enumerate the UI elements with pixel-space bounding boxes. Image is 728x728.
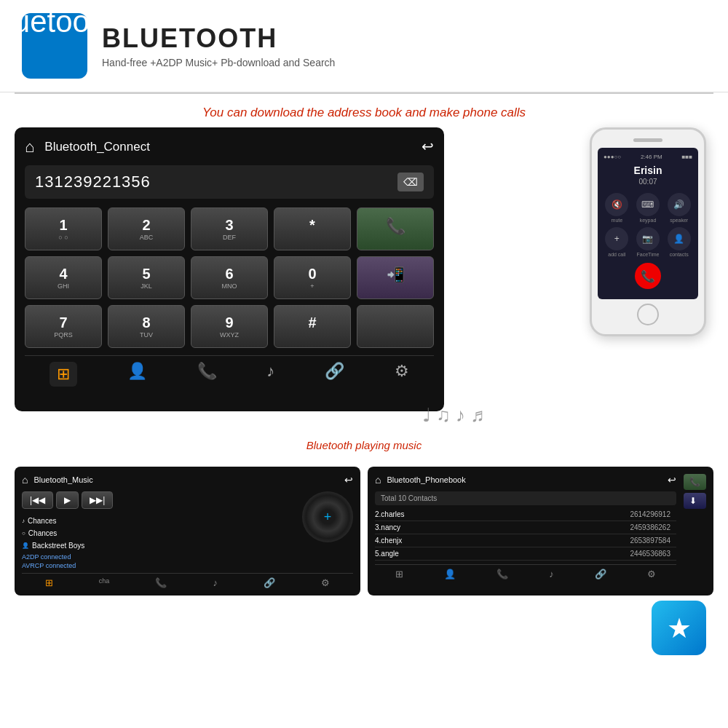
music-home-icon[interactable]: ⌂ [22, 474, 28, 486]
sp-mute-btn[interactable]: 🔇 [605, 193, 628, 216]
next-button[interactable]: ▶▶| [82, 491, 113, 509]
music-track-list: ♪ Chances ○ Chances 👤 Backstreet Boys A2… [22, 515, 296, 569]
music-nav-link[interactable]: 🔗 [264, 577, 275, 588]
page-title: BLUETOOTH [102, 23, 335, 54]
top-caption: You can download the address book and ma… [0, 94, 728, 127]
contacts-nav-apps[interactable]: ⊞ [395, 569, 403, 579]
music-nav-phone[interactable]: 📞 [155, 577, 167, 588]
sp-facetime-btn[interactable]: 📷 [636, 227, 660, 250]
key-star[interactable]: * [274, 207, 351, 250]
contacts-nav-user[interactable]: 👤 [444, 569, 456, 579]
bt-headphone-icon: ★ [652, 601, 706, 655]
music-screen-title: Bluetooth_Music [33, 475, 92, 484]
sp-screen: ●●●○○ 2:46 PM ■■■ Erisin 00:07 🔇 mute ⌨ … [598, 148, 698, 299]
nav-settings-icon[interactable]: ⚙ [395, 362, 409, 387]
bluetooth-logo: Bluetooth; Bluetooth [22, 13, 87, 79]
bottom-screens-section: ⌂ Bluetooth_Music ↩ |◀◀ ▶ ▶▶| ♪ Chances … [0, 459, 728, 596]
prev-button[interactable]: |◀◀ [22, 491, 53, 509]
music-nav-apps[interactable]: ⊞ [45, 577, 53, 588]
track-3-name: Backstreet Boys [32, 542, 84, 550]
music-controls: |◀◀ ▶ ▶▶| [22, 491, 296, 509]
dialer-title: Bluetooth_Connect [44, 140, 150, 154]
phone-number: 131239221356 [35, 173, 151, 191]
keypad-grid: 1○ ○ 2ABC 3DEF * 📞 4GHI 5JKL 6MNO 0+ 📲 7… [25, 207, 434, 348]
contacts-nav-gear[interactable]: ⚙ [647, 569, 656, 579]
nav-link-icon[interactable]: 🔗 [325, 362, 344, 387]
key-empty [357, 305, 434, 348]
dialer-header: ⌂ Bluetooth_Connect ↩ [25, 138, 434, 157]
sp-facetime-group: 📷 FaceTime [635, 227, 662, 257]
contacts-nav-phone[interactable]: 📞 [496, 569, 508, 579]
sp-caller-name: Erisin [604, 165, 692, 176]
sp-status-bar: ●●●○○ 2:46 PM ■■■ [604, 154, 692, 160]
back-icon[interactable]: ↩ [422, 138, 434, 155]
key-7[interactable]: 7PQRS [25, 305, 102, 348]
header-section: Bluetooth; Bluetooth BLUETOOTH Hand-free… [0, 0, 728, 92]
music-screen-header: ⌂ Bluetooth_Music ↩ [22, 474, 353, 486]
header-text-block: BLUETOOTH Hand-free +A2DP Music+ Pb-down… [102, 23, 335, 68]
play-pause-button[interactable]: ▶ [56, 491, 79, 509]
download-contacts-button[interactable]: ⬇ [684, 493, 706, 509]
a2dp-status: A2DP connected [22, 553, 296, 561]
sp-addcall-group: + add call [604, 227, 630, 257]
track-1-name: Chances [28, 517, 56, 525]
contacts-list: 2.charles 2614296912 3.nancy 2459386262 … [375, 508, 676, 561]
nav-contacts-icon[interactable]: 👤 [127, 362, 147, 387]
sp-home-button[interactable] [637, 304, 659, 325]
contact-row: 2.charles 2614296912 [375, 508, 676, 521]
key-0[interactable]: 0+ [274, 256, 351, 299]
key-2[interactable]: 2ABC [108, 207, 185, 250]
key-8[interactable]: 8TUV [108, 305, 185, 348]
contact-2-phone: 2459386262 [523, 523, 676, 531]
sp-speaker-btn[interactable]: 🔊 [668, 193, 691, 216]
call-button[interactable]: 📞 [357, 207, 434, 250]
nav-phone-icon[interactable]: 📞 [197, 362, 217, 387]
contacts-nav-link[interactable]: 🔗 [595, 569, 606, 579]
end-call-button[interactable]: 📲 [357, 256, 434, 299]
music-back-icon[interactable]: ↩ [344, 474, 353, 486]
key-4[interactable]: 4GHI [25, 256, 102, 299]
contact-1-phone: 2614296912 [523, 510, 676, 518]
backspace-button[interactable]: ⌫ [397, 173, 424, 191]
contacts-home-icon[interactable]: ⌂ [375, 474, 381, 486]
sp-keypad-label: keypad [635, 218, 662, 223]
sp-facetime-label: FaceTime [635, 252, 662, 257]
key-6[interactable]: 6MNO [191, 256, 268, 299]
contacts-bottom-nav: ⊞ 👤 📞 ♪ 🔗 ⚙ [375, 564, 676, 579]
contact-3-phone: 2653897584 [523, 537, 676, 545]
sp-contacts-group: 👤 contacts [665, 227, 692, 257]
dialer-bottom-nav: ⊞ 👤 📞 ♪ 🔗 ⚙ [25, 355, 434, 389]
avrcp-status: AVRCP connected [22, 562, 296, 569]
key-5[interactable]: 5JKL [108, 256, 185, 299]
music-nav-gear[interactable]: ⚙ [321, 577, 330, 588]
contacts-back-icon[interactable]: ↩ [668, 474, 676, 486]
contact-3-name: 4.chenjx [375, 537, 523, 545]
music-nav-search-text: cha [99, 577, 110, 588]
key-1[interactable]: 1○ ○ [25, 207, 102, 250]
key-9[interactable]: 9WXYZ [191, 305, 268, 348]
smartphone-area: ●●●○○ 2:46 PM ■■■ Erisin 00:07 🔇 mute ⌨ … [444, 127, 713, 336]
sp-speaker-label: speaker [665, 218, 692, 223]
sp-contacts-btn[interactable]: 👤 [668, 227, 691, 250]
track-3: 👤 Backstreet Boys [22, 539, 296, 552]
music-nav-note[interactable]: ♪ [213, 577, 218, 588]
header-subtitle: Hand-free +A2DP Music+ Pb-download and S… [102, 57, 335, 68]
sp-addcall-btn[interactable]: + [605, 227, 628, 250]
contacts-nav-note[interactable]: ♪ [549, 569, 554, 579]
nav-apps-icon[interactable]: ⊞ [50, 362, 77, 387]
sp-end-call-btn[interactable]: 📞 [635, 263, 661, 289]
sp-mute-label: mute [604, 218, 630, 223]
bottom-caption: Bluetooth playing music [0, 433, 728, 456]
key-hash[interactable]: # [274, 305, 351, 348]
sp-keypad-btn[interactable]: ⌨ [636, 193, 660, 216]
sp-contacts-label: contacts [665, 252, 692, 257]
vinyl-disc: + [302, 491, 353, 542]
key-3[interactable]: 3DEF [191, 207, 268, 250]
sp-battery: ■■■ [682, 154, 693, 160]
nav-music-icon[interactable]: ♪ [266, 362, 274, 387]
contacts-screen-title: Bluetooth_Phonebook [387, 475, 465, 484]
sp-call-duration: 00:07 [604, 178, 692, 186]
sp-carrier: ●●●○○ [604, 154, 621, 160]
home-icon[interactable]: ⌂ [25, 138, 34, 157]
call-contact-button[interactable]: 📞 [684, 474, 706, 490]
